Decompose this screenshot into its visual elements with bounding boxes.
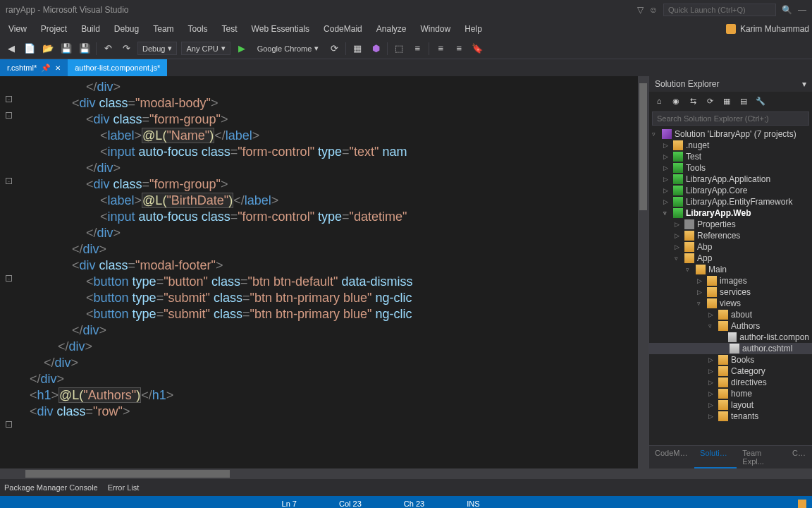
menu-team[interactable]: Team: [147, 21, 179, 37]
tree-item[interactable]: ▷LibraryApp.EntityFramework: [649, 196, 812, 207]
menu-view[interactable]: View: [3, 21, 32, 37]
tree-arrow-icon[interactable]: ▷: [708, 356, 715, 363]
tree-item[interactable]: ▿views: [649, 298, 812, 309]
menu-window[interactable]: Window: [414, 21, 456, 37]
tree-item[interactable]: author.cshtml: [649, 343, 812, 354]
tree-item[interactable]: ▷LibraryApp.Application: [649, 174, 812, 185]
tree-arrow-icon[interactable]: ▷: [675, 232, 682, 239]
tree-arrow-icon[interactable]: ▷: [663, 142, 670, 149]
play-icon[interactable]: ▶: [235, 42, 249, 56]
tree-item[interactable]: ▷Tools: [649, 162, 812, 174]
vertical-scrollbar[interactable]: [638, 76, 648, 468]
tree-arrow-icon[interactable]: ▷: [697, 277, 704, 284]
refresh2-icon[interactable]: ⟳: [703, 94, 717, 108]
tree-item[interactable]: ▷Abp: [649, 241, 812, 253]
notif-icon[interactable]: ▽: [637, 5, 644, 15]
tree-item[interactable]: ▷Category: [649, 365, 812, 377]
save-all-icon[interactable]: 💾: [78, 42, 92, 56]
open-icon[interactable]: 📂: [41, 42, 55, 56]
tab-pmc[interactable]: Package Manager Console: [4, 483, 98, 492]
menu-project[interactable]: Project: [35, 21, 73, 37]
redo-icon[interactable]: ↷: [119, 42, 133, 56]
nav-back-icon[interactable]: ◀: [4, 42, 18, 56]
menu-analyze[interactable]: Analyze: [371, 21, 412, 37]
properties-icon[interactable]: ▤: [737, 94, 751, 108]
tree-arrow-icon[interactable]: ▿: [686, 266, 693, 273]
tree-item[interactable]: ▷home: [649, 388, 812, 399]
run-target-dropdown[interactable]: Google Chrome ▾: [253, 42, 324, 54]
user-warning-icon[interactable]: [726, 24, 736, 34]
tree-item[interactable]: ▷tenants: [649, 411, 812, 422]
tab-authorlist[interactable]: author-list.component.js*: [68, 59, 167, 76]
search-icon[interactable]: 🔍: [782, 5, 792, 15]
tree-arrow-icon[interactable]: ▷: [708, 311, 715, 318]
tab-errors[interactable]: Error List: [108, 483, 140, 492]
menu-webess[interactable]: Web Essentials: [246, 21, 315, 37]
indent-icon[interactable]: ≡: [410, 42, 424, 56]
collapse-icon[interactable]: ◉: [669, 94, 683, 108]
close-icon[interactable]: ✕: [55, 64, 61, 72]
tree-item[interactable]: ▿LibraryApp.Web: [649, 207, 812, 219]
tree-item[interactable]: author-list.compon: [649, 332, 812, 343]
fold-icon[interactable]: -: [6, 421, 12, 428]
tree-arrow-icon[interactable]: ▷: [708, 390, 715, 397]
browser-link-icon[interactable]: ▦: [350, 42, 364, 56]
comment-icon[interactable]: ≡: [433, 42, 448, 56]
tab-cshtml[interactable]: r.cshtml*📌✕: [0, 59, 68, 76]
panel-tab-solution[interactable]: Solution...: [694, 446, 737, 468]
tree-arrow-icon[interactable]: ▷: [675, 221, 682, 228]
menu-help[interactable]: Help: [459, 21, 488, 37]
tree-arrow-icon[interactable]: ▷: [663, 187, 670, 194]
gutter[interactable]: - - - - -: [0, 76, 13, 468]
fold-icon[interactable]: -: [6, 112, 12, 119]
tree-item[interactable]: ▷services: [649, 286, 812, 298]
panel-tab-codemaid[interactable]: CodeMai...: [649, 446, 694, 468]
undo-icon[interactable]: ↶: [101, 42, 115, 56]
step-icon[interactable]: ⬚: [392, 42, 406, 56]
tree-item[interactable]: ▷Test: [649, 151, 812, 162]
fold-icon[interactable]: -: [6, 275, 12, 282]
fold-icon[interactable]: -: [6, 178, 12, 184]
preview-icon[interactable]: 🔧: [753, 94, 768, 108]
sync-icon[interactable]: ⇆: [686, 94, 700, 108]
solution-root[interactable]: ▿Solution 'LibraryApp' (7 projects): [649, 128, 812, 140]
minimize-icon[interactable]: —: [798, 5, 806, 15]
pin-icon[interactable]: 📌: [41, 64, 51, 73]
ext-icon[interactable]: ⬢: [369, 42, 383, 56]
tree-arrow-icon[interactable]: ▿: [708, 322, 715, 329]
tree-item[interactable]: ▷layout: [649, 399, 812, 411]
panel-tab-team[interactable]: Team Expl...: [737, 446, 787, 468]
save-icon[interactable]: 💾: [59, 42, 73, 56]
tree-arrow-icon[interactable]: ▷: [663, 176, 670, 183]
refresh-icon[interactable]: ⟳: [327, 42, 341, 56]
tree-item[interactable]: ▷References: [649, 230, 812, 241]
tree-item[interactable]: ▷.nuget: [649, 140, 812, 151]
quick-launch-input[interactable]: [663, 4, 776, 16]
status-notif-icon[interactable]: [798, 500, 806, 508]
tree-item[interactable]: ▷about: [649, 309, 812, 320]
tree-arrow-icon[interactable]: ▷: [708, 368, 715, 375]
fold-icon[interactable]: -: [6, 96, 12, 102]
code-editor[interactable]: </div> <div class="modal-body"> <div cla…: [13, 76, 638, 468]
horizontal-scrollbar[interactable]: [0, 468, 812, 479]
platform-dropdown[interactable]: Any CPU ▾: [181, 42, 230, 55]
tree-arrow-icon[interactable]: ▿: [697, 300, 704, 307]
menu-debug[interactable]: Debug: [109, 21, 144, 37]
panel-tab-class[interactable]: Clas: [787, 446, 812, 468]
tree-item[interactable]: ▷Books: [649, 354, 812, 365]
new-file-icon[interactable]: 📄: [23, 42, 37, 56]
tree-item[interactable]: ▷LibraryApp.Core: [649, 185, 812, 196]
home-icon[interactable]: ⌂: [652, 94, 666, 108]
menu-test[interactable]: Test: [216, 21, 243, 37]
config-dropdown[interactable]: Debug ▾: [137, 42, 177, 55]
menu-build[interactable]: Build: [75, 21, 106, 37]
tree-arrow-icon[interactable]: ▷: [663, 164, 670, 171]
solution-search-input[interactable]: [652, 111, 809, 126]
tree-arrow-icon[interactable]: ▷: [697, 289, 704, 296]
tree-item[interactable]: ▿App: [649, 253, 812, 264]
uncomment-icon[interactable]: ≡: [452, 42, 466, 56]
tree-arrow-icon[interactable]: ▷: [663, 198, 670, 205]
tree-item[interactable]: ▷images: [649, 275, 812, 286]
editor-pane[interactable]: - - - - - </div> <div class="modal-body"…: [0, 76, 648, 468]
tree-arrow-icon[interactable]: ▷: [708, 401, 715, 409]
